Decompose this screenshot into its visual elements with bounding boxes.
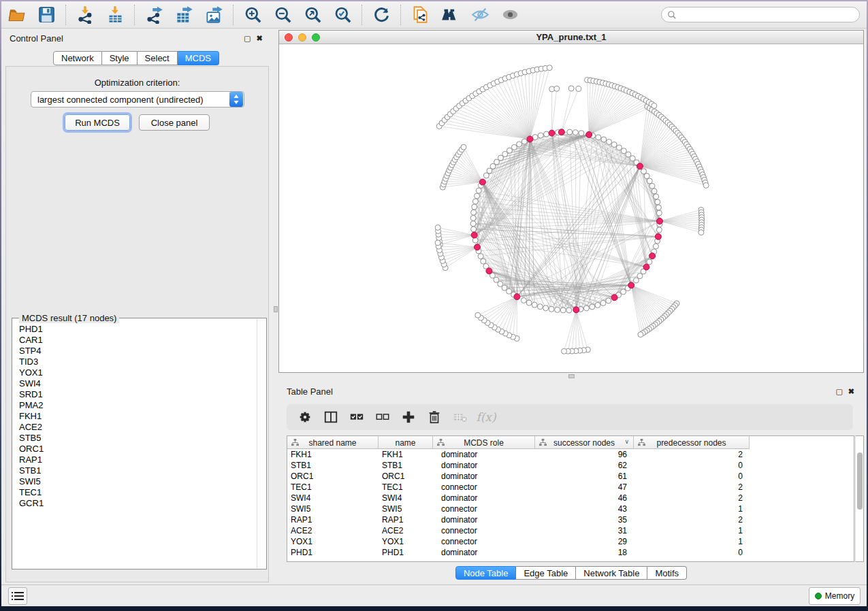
graph-hub-node[interactable] (628, 282, 634, 288)
graph-node[interactable] (502, 151, 508, 156)
graph-node[interactable] (472, 204, 477, 210)
mcds-result-item[interactable]: STP4 (13, 346, 257, 357)
graph-node[interactable] (698, 230, 704, 235)
graph-node[interactable] (653, 244, 658, 249)
tab-edge-table[interactable]: Edge Table (516, 566, 576, 580)
graph-node[interactable] (583, 306, 589, 311)
zoom-fit-icon[interactable] (302, 5, 323, 25)
column-header-predecessor-nodes[interactable]: predecessor nodes (634, 436, 750, 449)
function-builder-icon[interactable]: f(x) (477, 408, 495, 426)
column-header-MCDS-role[interactable]: MCDS role (433, 436, 535, 449)
graph-node[interactable] (526, 300, 532, 306)
graph-node[interactable] (567, 129, 573, 135)
optimization-criterion-select[interactable]: largest connected component (undirected) (31, 91, 244, 108)
graph-node[interactable] (537, 304, 543, 310)
delete-column-icon[interactable] (425, 408, 443, 426)
graph-node[interactable] (652, 103, 657, 108)
graph-node[interactable] (652, 188, 657, 194)
tab-motifs[interactable]: Motifs (647, 566, 687, 580)
mcds-result-item[interactable]: TEC1 (13, 487, 257, 498)
table-row[interactable]: FKH1FKH1dominator962 (287, 449, 854, 460)
close-panel-icon[interactable]: ✖ (256, 34, 262, 42)
table-row[interactable]: TEC1TEC1connector472 (287, 482, 854, 493)
graph-node[interactable] (555, 307, 560, 312)
horizontal-splitter-handle[interactable] (568, 374, 575, 378)
graph-node[interactable] (579, 131, 584, 136)
export-image-icon[interactable] (204, 5, 224, 25)
zoom-out-icon[interactable] (272, 5, 293, 25)
show-column-panel-icon[interactable] (322, 408, 340, 426)
graph-node[interactable] (654, 194, 659, 199)
graph-node[interactable] (656, 210, 662, 216)
mcds-result-item[interactable]: SWI5 (13, 476, 257, 487)
graph-node[interactable] (435, 240, 440, 246)
graph-node[interactable] (568, 86, 574, 91)
graph-node[interactable] (544, 131, 549, 137)
graph-node[interactable] (633, 278, 639, 283)
graph-node[interactable] (560, 308, 566, 313)
graph-hub-node[interactable] (474, 244, 480, 250)
graph-node[interactable] (611, 142, 617, 147)
table-row[interactable]: PHD1PHD1dominator180 (287, 547, 854, 558)
zoom-in-icon[interactable] (242, 5, 263, 25)
graph-node[interactable] (547, 65, 552, 71)
graph-node[interactable] (461, 144, 466, 150)
graph-node[interactable] (616, 145, 622, 150)
graph-node[interactable] (471, 210, 477, 215)
table-row[interactable]: STB1STB1dominator620 (287, 460, 854, 471)
graph-node[interactable] (483, 173, 489, 178)
graph-node[interactable] (511, 144, 517, 150)
graph-node[interactable] (471, 227, 477, 232)
graph-node[interactable] (478, 254, 483, 259)
export-network-icon[interactable] (144, 5, 164, 25)
graph-node[interactable] (621, 148, 626, 154)
delete-table-icon[interactable] (451, 408, 469, 426)
mcds-result-item[interactable]: ACE2 (13, 422, 257, 433)
graph-node[interactable] (562, 348, 567, 354)
graph-node[interactable] (475, 193, 480, 199)
mcds-result-item[interactable]: FKH1 (13, 411, 257, 422)
table-row[interactable]: YOX1YOX1connector291 (287, 536, 854, 547)
graph-node[interactable] (538, 133, 543, 138)
tab-node-table[interactable]: Node Table (455, 566, 517, 580)
graph-node[interactable] (606, 298, 611, 303)
graph-node[interactable] (472, 237, 478, 243)
graph-hub-node[interactable] (657, 218, 663, 225)
float-panel-icon[interactable]: ▢ (835, 387, 842, 395)
network-canvas[interactable] (279, 44, 863, 373)
mcds-result-item[interactable]: SWI4 (13, 378, 257, 389)
run-mcds-button[interactable]: Run MCDS (65, 114, 130, 131)
table-row[interactable]: ACE2ACE2connector311 (287, 525, 854, 536)
graph-node[interactable] (647, 178, 652, 184)
graph-hub-node[interactable] (527, 136, 533, 142)
column-header-shared-name[interactable]: shared name (287, 436, 379, 449)
search-input[interactable] (661, 7, 860, 22)
graph-node[interactable] (475, 312, 481, 318)
table-row[interactable]: ORC1ORC1dominator610 (287, 471, 854, 482)
close-panel-icon[interactable]: ✖ (848, 387, 854, 395)
vertical-splitter-handle[interactable] (274, 306, 278, 312)
graph-node[interactable] (644, 174, 649, 179)
graph-node[interactable] (554, 86, 560, 91)
mcds-result-item[interactable]: CAR1 (13, 335, 257, 346)
graph-node[interactable] (517, 142, 522, 147)
graph-node[interactable] (621, 289, 626, 295)
mcds-result-item[interactable]: ORC1 (13, 444, 257, 455)
graph-hub-node[interactable] (549, 130, 555, 136)
refresh-icon[interactable] (371, 5, 391, 25)
unselect-all-columns-icon[interactable] (374, 408, 391, 426)
table-row[interactable]: SWI4SWI4dominator462 (287, 493, 854, 503)
create-column-icon[interactable] (400, 408, 417, 426)
tab-style[interactable]: Style (102, 51, 138, 65)
graph-node[interactable] (655, 199, 660, 205)
tab-mcds[interactable]: MCDS (178, 51, 219, 65)
graph-node[interactable] (641, 169, 647, 174)
mcds-list-scrollbar[interactable] (257, 319, 266, 568)
show-selected-icon[interactable] (500, 5, 520, 25)
search-network-icon[interactable] (440, 5, 460, 25)
graph-node[interactable] (470, 215, 476, 220)
graph-hub-node[interactable] (637, 163, 643, 169)
graph-node[interactable] (543, 306, 549, 311)
graph-node[interactable] (549, 306, 554, 312)
graph-node[interactable] (532, 302, 537, 308)
